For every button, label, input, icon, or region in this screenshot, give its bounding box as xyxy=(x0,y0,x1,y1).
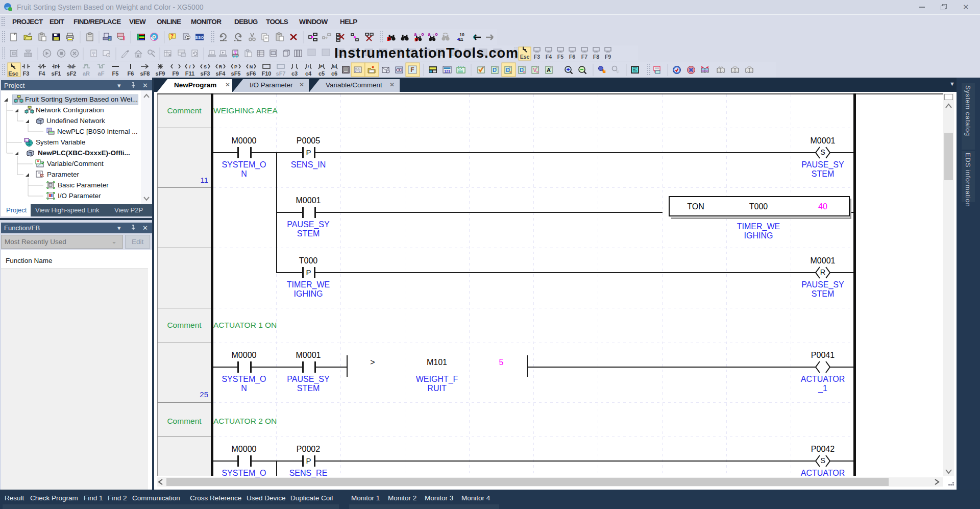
svg-text:sF9: sF9 xyxy=(156,70,165,77)
svg-text:c: c xyxy=(523,69,526,74)
svg-text:F: F xyxy=(410,66,414,74)
svg-text:F4: F4 xyxy=(39,70,46,77)
svg-text:c5: c5 xyxy=(318,70,325,77)
svg-text:sF5: sF5 xyxy=(231,70,241,77)
svg-text:c4: c4 xyxy=(305,70,312,77)
svg-text:sF7: sF7 xyxy=(276,70,286,77)
svg-text:F11: F11 xyxy=(185,70,194,77)
svg-text:123: 123 xyxy=(444,69,450,73)
svg-text:SSO: SSO xyxy=(195,35,204,40)
svg-text:P: P xyxy=(234,64,237,69)
svg-text:F3: F3 xyxy=(534,54,540,60)
svg-text:F9: F9 xyxy=(605,54,611,60)
svg-text:P: P xyxy=(55,64,58,69)
svg-text:sF1: sF1 xyxy=(52,70,61,77)
svg-text:sF6: sF6 xyxy=(247,70,256,77)
svg-text:sF3: sF3 xyxy=(201,70,210,77)
svg-text:Esc: Esc xyxy=(8,70,18,77)
svg-text:N: N xyxy=(250,64,253,69)
svg-text:N: N xyxy=(70,64,74,69)
svg-text:D: D xyxy=(387,36,390,42)
svg-text:c6: c6 xyxy=(331,70,337,77)
svg-text:a→o: a→o xyxy=(414,32,424,37)
svg-text:c3: c3 xyxy=(291,70,298,77)
svg-text:sF2: sF2 xyxy=(67,70,77,77)
svg-text:R: R xyxy=(219,64,223,69)
svg-text:Esc: Esc xyxy=(520,54,530,60)
svg-text:sF4: sF4 xyxy=(216,70,226,77)
svg-text:v: v xyxy=(509,69,512,74)
svg-text:F4: F4 xyxy=(546,54,552,60)
svg-text:aR: aR xyxy=(83,70,90,77)
svg-text:aF: aF xyxy=(98,70,105,77)
svg-text:?: ? xyxy=(170,33,174,39)
svg-text:F8: F8 xyxy=(593,54,599,60)
svg-text:sF8: sF8 xyxy=(140,70,150,77)
svg-text:c: c xyxy=(536,69,539,74)
svg-text:F5: F5 xyxy=(112,70,119,77)
svg-text:a→o: a→o xyxy=(428,32,438,37)
svg-text:S: S xyxy=(204,64,207,69)
svg-text:A: A xyxy=(547,67,551,73)
svg-text:F10: F10 xyxy=(262,70,272,77)
svg-text:P: P xyxy=(320,64,323,69)
svg-text:F5: F5 xyxy=(557,54,564,60)
svg-text:F3: F3 xyxy=(23,70,30,77)
svg-text:F7: F7 xyxy=(581,54,587,60)
svg-text:F6: F6 xyxy=(569,54,575,60)
svg-text:F6: F6 xyxy=(128,70,134,77)
svg-text:D: D xyxy=(493,67,497,73)
svg-text:D: D xyxy=(414,37,418,42)
svg-text:N: N xyxy=(333,64,336,69)
svg-text:F9: F9 xyxy=(173,70,179,77)
